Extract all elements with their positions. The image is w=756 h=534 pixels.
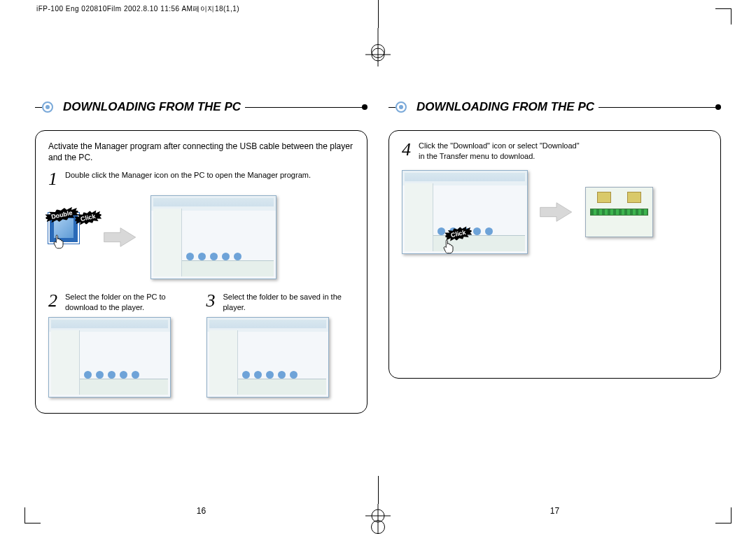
content-box: Activate the Manager program after conne… [35,130,368,414]
page-left: DOWNLOADING FROM THE PC Activate the Man… [35,20,368,492]
arrow-right-icon [103,223,138,251]
hand-cursor-icon [442,239,455,254]
step-text: Select the folder on the PC to download … [65,292,197,313]
content-box: 4 Click the "Download" icon or select "D… [388,130,721,379]
step-number: 4 [402,141,414,159]
step-2: 2 Select the folder on the PC to downloa… [48,292,197,313]
crop-mark-corner [715,507,732,524]
page-number: 17 [550,506,559,516]
step-text: Select the folder to be saved in the pla… [223,292,355,313]
manager-desktop-icon: Double Click [48,213,90,262]
arrow-right-icon [539,198,574,226]
heading-bullet-icon [396,101,407,113]
section-heading: DOWNLOADING FROM THE PC [388,97,721,118]
app-screenshot [206,317,329,398]
step-4: 4 Click the "Download" icon or select "D… [402,141,708,162]
app-screenshot [402,170,528,254]
app-screenshot [150,195,276,279]
step-text: Click the "Download" icon or select "Dow… [419,141,580,162]
heading-title: DOWNLOADING FROM THE PC [63,100,241,114]
hand-cursor-icon [52,234,65,249]
page-number: 16 [197,506,206,516]
transfer-dialog [585,187,653,237]
step-number: 1 [48,170,61,188]
step-3: 3 Select the folder to be saved in the p… [206,292,355,313]
crop-mark-corner [24,507,41,524]
step-number: 3 [206,292,219,310]
step-number: 2 [48,292,61,310]
step-text: Double click the Manager icon on the PC … [65,170,311,181]
intro-text: Activate the Manager program after conne… [48,141,354,163]
section-heading: DOWNLOADING FROM THE PC [35,97,368,118]
heading-bullet-icon [42,101,53,113]
app-screenshot [48,317,171,398]
page-right: DOWNLOADING FROM THE PC 4 Click the "Dow… [388,20,721,492]
doc-header-meta: iFP-100 Eng 020810Film 2002.8.10 11:56 A… [36,4,239,14]
heading-title: DOWNLOADING FROM THE PC [416,100,594,114]
step-1: 1 Double click the Manager icon on the P… [48,170,354,188]
